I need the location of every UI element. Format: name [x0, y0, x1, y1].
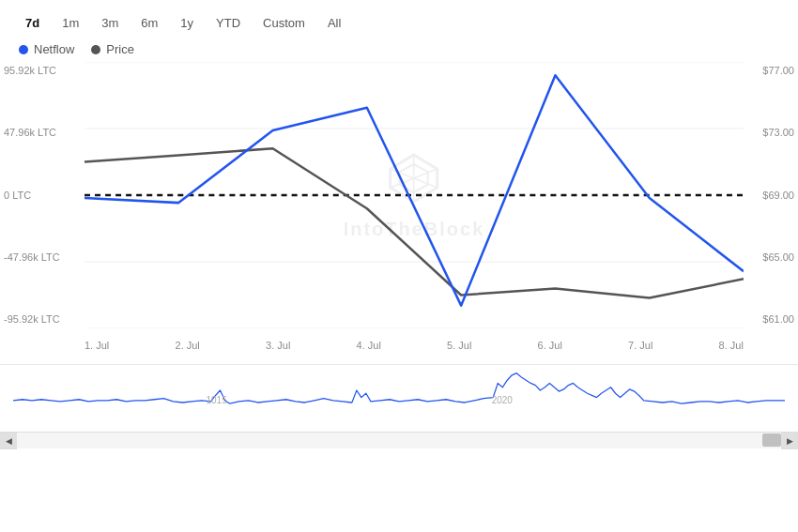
- scroll-right-arrow[interactable]: ▶: [781, 433, 798, 449]
- time-btn-custom[interactable]: Custom: [253, 11, 315, 35]
- scrollbar[interactable]: ◀ ▶: [0, 432, 798, 448]
- x-label: 4. Jul: [357, 340, 381, 351]
- time-btn-all[interactable]: All: [317, 11, 351, 35]
- y-axis-right: $77.00$73.00$69.00$65.00$61.00: [744, 62, 798, 328]
- y-right-label: $61.00: [747, 314, 794, 325]
- x-label: 1. Jul: [84, 340, 109, 351]
- legend-dot-netflow: [19, 45, 28, 54]
- x-label: 8. Jul: [719, 340, 744, 351]
- mini-label: 2020: [492, 395, 513, 405]
- scroll-track[interactable]: [17, 433, 781, 448]
- time-btn-7d[interactable]: 7d: [15, 11, 50, 35]
- time-btn-6m[interactable]: 6m: [130, 11, 168, 35]
- time-btn-3m[interactable]: 3m: [91, 11, 129, 35]
- y-left-label: -95.92k LTC: [4, 314, 77, 325]
- legend-item-netflow: Netflow: [19, 42, 74, 56]
- x-label: 6. Jul: [538, 340, 562, 351]
- time-toolbar: 7d1m3m6m1yYTDCustomAll: [0, 11, 798, 35]
- x-axis: 1. Jul2. Jul3. Jul4. Jul5. Jul6. Jul7. J…: [84, 328, 744, 362]
- main-svg: [84, 62, 744, 328]
- main-chart: 95.92k LTC47.96k LTC0 LTC-47.96k LTC-95.…: [0, 62, 798, 362]
- y-right-label: $77.00: [747, 66, 794, 76]
- mini-svg-wrapper: 10152020: [13, 365, 785, 428]
- y-left-label: 47.96k LTC: [4, 128, 77, 138]
- y-left-label: 0 LTC: [4, 190, 77, 201]
- y-right-label: $73.00: [747, 128, 794, 138]
- legend-label-price: Price: [106, 42, 134, 56]
- mini-svg: [13, 365, 785, 428]
- time-btn-ytd[interactable]: YTD: [206, 11, 251, 35]
- mini-label: 1015: [207, 395, 227, 405]
- x-label: 3. Jul: [266, 340, 290, 351]
- y-right-label: $69.00: [747, 190, 794, 201]
- y-left-label: -47.96k LTC: [4, 252, 77, 263]
- legend-label-netflow: Netflow: [34, 42, 74, 56]
- scroll-left-arrow[interactable]: ◀: [0, 433, 17, 449]
- x-label: 5. Jul: [447, 340, 471, 351]
- scroll-thumb[interactable]: [762, 433, 781, 447]
- main-container: 7d1m3m6m1yYTDCustomAll NetflowPrice 95.9…: [0, 0, 798, 532]
- x-label: 7. Jul: [628, 340, 652, 351]
- y-axis-left: 95.92k LTC47.96k LTC0 LTC-47.96k LTC-95.…: [0, 62, 84, 328]
- y-left-label: 95.92k LTC: [4, 66, 77, 76]
- time-btn-1y[interactable]: 1y: [170, 11, 204, 35]
- mini-chart: 10152020 ◀ ▶: [0, 364, 798, 448]
- chart-svg-wrapper: IntoTheBlock: [84, 62, 744, 328]
- x-label: 2. Jul: [176, 340, 200, 351]
- legend-dot-price: [91, 45, 100, 54]
- y-right-label: $65.00: [747, 252, 794, 263]
- legend: NetflowPrice: [0, 42, 798, 56]
- time-btn-1m[interactable]: 1m: [52, 11, 89, 35]
- legend-item-price: Price: [91, 42, 134, 56]
